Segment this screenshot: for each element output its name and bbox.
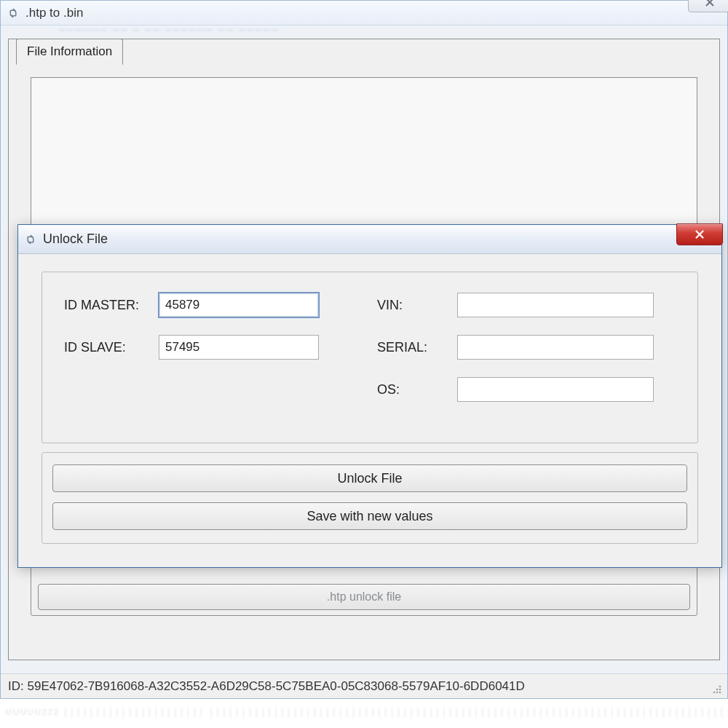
save-new-values-label: Save with new values [306,509,432,524]
svg-point-4 [716,692,719,694]
unlock-file-label: Unlock File [337,471,402,486]
id-slave-input[interactable] [159,335,319,360]
tab-file-information[interactable]: File Information [16,39,123,65]
dialog-close-button[interactable] [676,223,723,245]
resize-grip-icon[interactable] [710,682,724,697]
id-master-input[interactable] [159,293,319,317]
label-id-master: ID MASTER: [64,298,159,313]
vin-input[interactable] [457,293,654,317]
convert-icon [7,7,20,20]
dialog-titlebar: Unlock File [18,225,721,254]
main-title: .htp to .bin [25,6,83,20]
fields-group: ID MASTER: VIN: ID SLAVE: SERIAL: OS: [41,272,698,443]
svg-point-0 [719,686,721,688]
serial-input[interactable] [457,335,654,360]
save-new-values-button[interactable]: Save with new values [52,502,687,530]
unlock-file-dialog: Unlock File ID MASTER: VIN: ID SLAVE: SE… [17,224,722,568]
svg-point-3 [713,692,716,694]
bottom-noise: UUUUU222 ││││││││││││││││││││││ ││││││││… [0,703,728,728]
os-input[interactable] [457,377,654,402]
label-os: OS: [377,382,457,397]
buttons-group: Unlock File Save with new values [41,452,698,544]
label-vin: VIN: [377,298,457,313]
decorative-smudge: ────── ── ─ ── ────── ── ───── [59,24,350,40]
unlock-file-button[interactable]: Unlock File [52,464,687,492]
htp-unlock-label: .htp unlock file [327,590,401,604]
svg-point-1 [716,689,719,691]
dialog-title: Unlock File [43,232,108,247]
convert-icon [24,233,37,246]
label-id-slave: ID SLAVE: [64,340,159,355]
main-titlebar: .htp to .bin [1,1,727,25]
status-id-value: 59E47062-7B916068-A32C3552-A6D29C58-5C75… [27,679,524,694]
dialog-body: ID MASTER: VIN: ID SLAVE: SERIAL: OS: Un… [25,261,714,560]
status-id-label: ID: [8,679,24,694]
main-close-button[interactable] [688,0,728,12]
htp-unlock-file-button[interactable]: .htp unlock file [38,584,690,610]
status-bar: ID: 59E47062-7B916068-A32C3552-A6D29C58-… [1,673,727,698]
svg-point-2 [719,689,721,691]
label-serial: SERIAL: [377,340,457,355]
tab-label: File Information [27,44,112,59]
svg-point-5 [719,692,721,694]
